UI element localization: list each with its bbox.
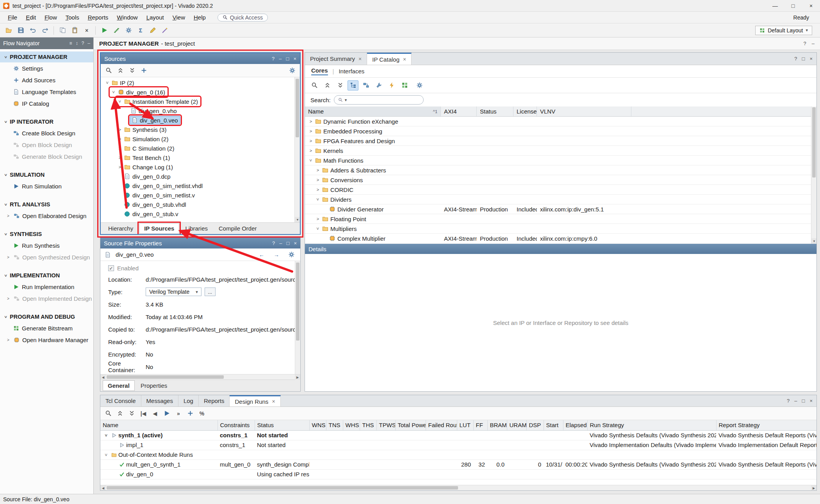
save-icon[interactable] [15, 25, 26, 35]
sources-tab-compile-order[interactable]: Compile Order [214, 223, 262, 234]
minimize-icon[interactable]: – [279, 56, 282, 62]
float-icon[interactable]: □ [286, 56, 289, 62]
source-tree-item-div-gen-0-sim-netlist-vhdl[interactable]: div_gen_0_sim_netlist.vhdl [101, 181, 300, 190]
collapse-icon[interactable]: > [4, 202, 8, 207]
source-tree-item-synthesis[interactable]: >Synthesis(3) [101, 125, 300, 134]
scroll-right-icon[interactable]: ▶ [811, 485, 816, 491]
expander-icon[interactable]: > [314, 217, 321, 221]
column-header-license[interactable]: License [513, 106, 537, 116]
bottom-tab-log[interactable]: Log [178, 395, 199, 406]
column-header-wns[interactable]: WNS [309, 420, 326, 430]
ip-row-dynamic-function-exchange[interactable]: >Dynamic Function eXchange [305, 117, 816, 126]
collapse-icon[interactable]: > [4, 232, 8, 236]
ip-row-adders-subtracters[interactable]: >Adders & Subtracters [305, 165, 816, 175]
column-header-axi4[interactable]: AXI4 [441, 106, 477, 116]
expander-icon[interactable]: > [314, 187, 321, 192]
expander-icon[interactable]: > [314, 168, 321, 172]
help-icon[interactable]: ? [804, 41, 806, 46]
column-header-uram[interactable]: URAM [507, 420, 526, 430]
wrench-icon[interactable] [373, 80, 384, 91]
collapse-all-icon[interactable] [114, 408, 125, 419]
expander-icon[interactable]: > [308, 157, 313, 164]
wizard-wand-icon[interactable] [159, 25, 170, 35]
expand-all-icon[interactable] [335, 80, 346, 91]
column-header-failed-routes[interactable]: Failed Routes [426, 420, 457, 430]
close-icon[interactable]: × [809, 398, 813, 404]
float-icon[interactable]: □ [802, 398, 805, 404]
close-icon[interactable]: × [358, 56, 362, 62]
ip-row-kernels[interactable]: >Kernels [305, 146, 816, 156]
scroll-left-icon[interactable]: ◀ [100, 374, 106, 380]
gear-icon[interactable] [414, 80, 425, 91]
minimize-icon[interactable]: – [794, 398, 797, 404]
redo-icon[interactable] [39, 25, 50, 35]
scrollbar-horizontal[interactable]: ◀ ▶ [100, 485, 816, 490]
float-icon[interactable]: □ [802, 56, 805, 62]
ip-row-fpga-features-and-design[interactable]: >FPGA Features and Design [305, 136, 816, 146]
run-blue-icon[interactable] [161, 408, 172, 419]
column-header-vlnv[interactable]: VLNV [537, 106, 631, 116]
run-row-impl-1[interactable]: impl_1constrs_1Not startedVivado Impleme… [100, 440, 816, 450]
run-row-out-of-context-module-runs[interactable]: >Out-of-Context Module Runs [100, 450, 816, 460]
minimize-icon[interactable]: – [812, 41, 815, 46]
delete-icon[interactable]: × [81, 25, 92, 35]
flow-section-implementation[interactable]: >IMPLEMENTATION [0, 270, 93, 281]
column-header-whs[interactable]: WHS [343, 420, 360, 430]
menu-file[interactable]: File [4, 13, 21, 22]
close-icon[interactable]: × [809, 56, 813, 62]
flow-item-open-elaborated-design[interactable]: >Open Elaborated Design [0, 210, 93, 222]
browse-button[interactable]: ... [205, 287, 216, 296]
source-tree-item-change-log[interactable]: >Change Log(1) [101, 162, 300, 172]
flow-section-ip-integrator[interactable]: >IP INTEGRATOR [0, 116, 93, 127]
column-header-bram[interactable]: BRAM [487, 420, 507, 430]
source-tree-item-c-simulation[interactable]: >C Simulation(2) [101, 144, 300, 153]
column-header-total-power[interactable]: Total Power [395, 420, 426, 430]
scroll-left-icon[interactable]: ◀ [100, 485, 106, 491]
flow-section-program-and-debug[interactable]: >PROGRAM AND DEBUG [0, 311, 93, 322]
undo-icon[interactable] [27, 25, 38, 35]
run-row-mult-gen-0-synth-1[interactable]: mult_gen_0_synth_1mult_gen_0synth_design… [100, 460, 816, 469]
quick-access-button[interactable]: Quick Access [217, 14, 268, 21]
properties-tab-general[interactable]: General [103, 380, 135, 391]
column-header-name[interactable]: Name^1 [305, 106, 441, 116]
sources-tab-hierarchy[interactable]: Hierarchy [103, 223, 138, 234]
scrollbar-thumb[interactable] [107, 375, 224, 379]
expander-icon[interactable]: > [316, 196, 320, 203]
ip-row-cordic[interactable]: >CORDIC [305, 185, 816, 195]
ip-row-conversions[interactable]: >Conversions [305, 175, 816, 185]
column-header-name[interactable]: Name [100, 420, 217, 430]
minimize-icon[interactable]: – [87, 41, 90, 46]
ip-row-complex-multiplier[interactable]: Complex MultiplierAXI4-StreamProductionI… [305, 234, 816, 243]
minimize-icon[interactable]: — [766, 0, 784, 11]
scroll-down-icon[interactable]: ▼ [811, 238, 816, 244]
expander-icon[interactable]: > [116, 127, 123, 132]
paste-icon[interactable] [69, 25, 80, 35]
menu-edit[interactable]: Edit [22, 13, 40, 22]
expander-icon[interactable]: > [104, 451, 109, 458]
menu-tools[interactable]: Tools [62, 13, 83, 22]
menu-layout[interactable]: Layout [143, 13, 168, 22]
flow-item-generate-bitstream[interactable]: Generate Bitstream [0, 322, 93, 334]
expander-icon[interactable]: > [307, 119, 314, 124]
run-row-synth-1-active[interactable]: >synth_1 (active)constrs_1Not startedViv… [100, 430, 816, 440]
column-header-report-strategy[interactable]: Report Strategy [716, 420, 816, 430]
bottom-tab-design-runs[interactable]: Design Runs× [230, 395, 280, 406]
expander-icon[interactable]: > [104, 432, 109, 439]
search-input[interactable]: ▾ [334, 95, 424, 105]
expander-icon[interactable]: > [116, 165, 123, 169]
subtab-interfaces[interactable]: Interfaces [339, 68, 364, 75]
flow-item-run-synthesis[interactable]: Run Synthesis [0, 240, 93, 251]
ip-row-divider-generator[interactable]: Divider GeneratorAXI4-StreamProductionIn… [305, 204, 816, 214]
close-icon[interactable]: × [272, 398, 275, 405]
column-header-ths[interactable]: THS [360, 420, 376, 430]
column-header-run-strategy[interactable]: Run Strategy [587, 420, 716, 430]
column-header-tpws[interactable]: TPWS [376, 420, 395, 430]
sources-tab-ip-sources[interactable]: IP Sources [139, 223, 179, 234]
collapse-icon[interactable]: > [4, 273, 8, 278]
expander-icon[interactable]: > [7, 338, 11, 342]
help-icon[interactable]: ? [82, 41, 84, 46]
close-icon[interactable]: × [403, 56, 406, 62]
enabled-checkbox[interactable]: ✓ [108, 265, 114, 271]
help-icon[interactable]: ? [272, 240, 275, 246]
collapse-all-icon[interactable] [115, 66, 126, 76]
